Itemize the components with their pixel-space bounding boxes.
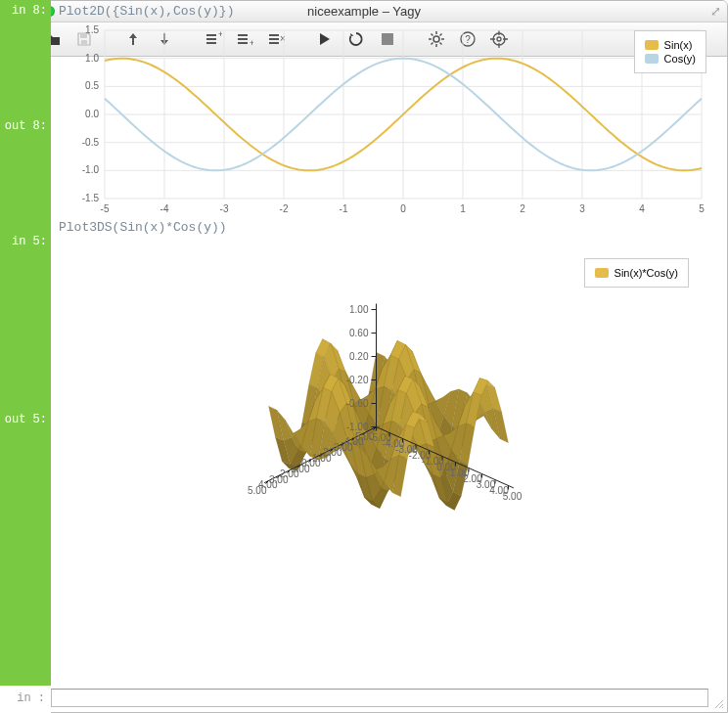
svg-text:5: 5 bbox=[699, 203, 705, 214]
svg-text:-2: -2 bbox=[280, 203, 289, 214]
legend-label-cos: Cos(y) bbox=[664, 57, 696, 65]
svg-text:-4: -4 bbox=[160, 203, 169, 214]
svg-text:-1.0: -1.0 bbox=[82, 164, 100, 175]
svg-text:-1.5: -1.5 bbox=[82, 193, 100, 203]
resize-grip-icon[interactable] bbox=[713, 698, 725, 710]
gutter: in 8: out 8: in 5: out 5: bbox=[1, 57, 51, 686]
legend-swatch-3d bbox=[595, 268, 609, 278]
svg-text:0.20: 0.20 bbox=[349, 351, 369, 362]
svg-text:-5: -5 bbox=[101, 203, 110, 214]
out-label: out 8: bbox=[1, 119, 51, 139]
svg-text:1.00: 1.00 bbox=[349, 304, 369, 315]
svg-text:5.00: 5.00 bbox=[503, 491, 523, 502]
svg-text:0.0: 0.0 bbox=[85, 109, 99, 119]
svg-text:-0.5: -0.5 bbox=[82, 137, 100, 148]
plot2d-svg: -5-4-3-2-1012345-1.5-1.0-0.50.00.51.01.5 bbox=[59, 57, 718, 216]
svg-text:4: 4 bbox=[639, 203, 645, 214]
input-row: in : bbox=[1, 686, 727, 712]
legend-label-3d: Sin(x)*Cos(y) bbox=[614, 267, 678, 279]
content-area: in 8: out 8: in 5: out 5: Plot2D({Sin(x)… bbox=[1, 57, 727, 712]
legend-2d: Sin(x) Cos(y) bbox=[634, 57, 706, 73]
svg-text:0.5: 0.5 bbox=[85, 80, 99, 91]
svg-text:2: 2 bbox=[520, 203, 525, 214]
svg-text:-0.60: -0.60 bbox=[346, 398, 369, 409]
in-label: in 5: bbox=[1, 235, 51, 254]
plot2d-output: -5-4-3-2-1012345-1.5-1.0-0.50.00.51.01.5… bbox=[59, 57, 718, 216]
legend-swatch-cos bbox=[645, 57, 659, 64]
cell-code[interactable]: Plot3DS(Sin(x)*Cos(y)) bbox=[51, 216, 727, 237]
svg-text:0.60: 0.60 bbox=[349, 328, 369, 338]
input-prompt: in : bbox=[1, 686, 51, 712]
svg-text:1: 1 bbox=[460, 203, 466, 214]
svg-text:-3: -3 bbox=[220, 203, 229, 214]
svg-text:0: 0 bbox=[400, 203, 406, 214]
svg-text:5.00: 5.00 bbox=[248, 485, 267, 496]
legend-3d: Sin(x)*Cos(y) bbox=[584, 258, 689, 288]
plot3d-output: Sin(x)*Cos(y) -1.00-0.60-0.200.200.601.0… bbox=[59, 239, 718, 561]
svg-text:-0.20: -0.20 bbox=[346, 375, 369, 385]
svg-text:-1: -1 bbox=[340, 203, 348, 214]
svg-text:3: 3 bbox=[579, 203, 585, 214]
out-label: out 5: bbox=[1, 413, 51, 432]
svg-text:1.0: 1.0 bbox=[85, 57, 99, 64]
notebook-main: Plot2D({Sin(x),Cos(y)}) -5-4-3-2-1012345… bbox=[51, 57, 727, 686]
command-input[interactable] bbox=[51, 689, 708, 707]
